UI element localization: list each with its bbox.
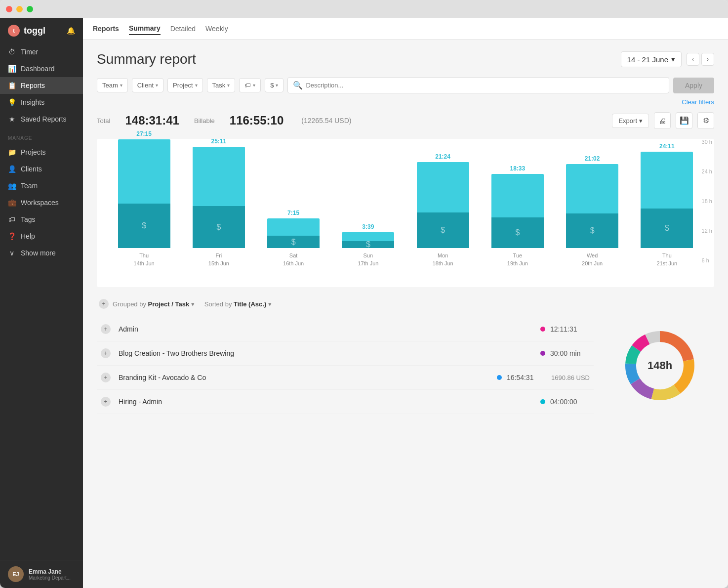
bell-icon[interactable]: 🔔: [67, 27, 75, 35]
bar: $: [417, 162, 469, 248]
sidebar-item-insights[interactable]: 💡 Insights: [0, 94, 83, 111]
nav-arrows: ‹ ›: [687, 53, 714, 66]
row-time: 30:00 min: [550, 349, 590, 357]
table-row: +Blog Creation - Two Brothers Brewing30:…: [97, 341, 594, 366]
donut-chart: 148h: [615, 321, 704, 410]
bar-wrapper[interactable]: $: [193, 147, 245, 248]
row-expand-button[interactable]: +: [101, 348, 111, 358]
apply-button[interactable]: Apply: [673, 78, 714, 93]
bar-top: [491, 174, 544, 217]
project-filter[interactable]: Project ▾: [167, 78, 202, 92]
chevron-down-icon: ▾: [156, 83, 158, 88]
stats-row: Total 148:31:41 Billable 116:55:10 (1226…: [97, 112, 714, 129]
report-title: Summary report: [97, 51, 196, 67]
bar-wrapper[interactable]: $: [566, 164, 618, 248]
print-button[interactable]: 🖨: [654, 112, 671, 129]
grouped-by-dropdown[interactable]: ▾: [191, 300, 195, 308]
bar-wrapper[interactable]: $: [118, 139, 170, 248]
client-filter[interactable]: Client ▾: [132, 78, 163, 92]
bar-time-label: 3:39: [362, 223, 374, 230]
tab-detailed[interactable]: Detailed: [170, 23, 196, 35]
dollar-icon: $: [270, 82, 274, 89]
dollar-filter[interactable]: $ ▾: [265, 78, 283, 92]
bar-wrapper[interactable]: $: [267, 218, 320, 248]
workspaces-icon: 💼: [8, 199, 16, 207]
bar: $: [193, 147, 245, 248]
export-button[interactable]: Export ▾: [612, 114, 649, 128]
sidebar-item-label: Workspaces: [21, 199, 59, 207]
tab-weekly[interactable]: Weekly: [205, 23, 228, 35]
next-arrow[interactable]: ›: [701, 53, 714, 66]
sidebar-item-workspaces[interactable]: 💼 Workspaces: [0, 194, 83, 211]
description-search[interactable]: 🔍: [287, 77, 669, 93]
row-color-dot: [540, 327, 545, 332]
sidebar-item-dashboard[interactable]: 📊 Dashboard: [0, 60, 83, 77]
sidebar-item-team[interactable]: 👥 Team: [0, 177, 83, 194]
task-filter[interactable]: Task ▾: [207, 78, 236, 92]
bar-wrapper[interactable]: $: [342, 232, 394, 248]
clear-filters-link[interactable]: Clear filters: [682, 98, 714, 106]
bar-group: 21:02$Wed20th Jun: [555, 155, 630, 267]
sidebar-item-label: Saved Reports: [21, 115, 67, 123]
save-button[interactable]: 💾: [676, 112, 692, 129]
bar: $: [267, 218, 320, 248]
total-label: Total: [97, 117, 110, 125]
grouped-by-value: Project / Task: [148, 300, 190, 308]
bar-x-label: Thu21st Jun: [657, 252, 678, 267]
search-input[interactable]: [306, 82, 663, 89]
bar: $: [566, 164, 618, 248]
sidebar-item-timer[interactable]: ⏱ Timer: [0, 43, 83, 60]
dashboard-icon: 📊: [8, 65, 16, 73]
row-expand-button[interactable]: +: [101, 324, 111, 334]
donut-segment: [674, 359, 694, 393]
row-name: Branding Kit - Avocado & Co: [119, 374, 497, 381]
total-value: 148:31:41: [125, 114, 179, 127]
sidebar-item-reports[interactable]: 📋 Reports: [0, 77, 83, 94]
close-button[interactable]: [6, 6, 12, 12]
help-icon: ❓: [8, 232, 16, 240]
row-expand-button[interactable]: +: [101, 373, 111, 382]
dollar-icon: $: [366, 240, 370, 249]
sidebar-item-help[interactable]: ❓ Help: [0, 228, 83, 245]
team-filter[interactable]: Team ▾: [97, 78, 128, 92]
prev-arrow[interactable]: ‹: [687, 53, 699, 66]
billable-usd: (12265.54 USD): [301, 117, 351, 125]
tags-filter[interactable]: 🏷 ▾: [239, 78, 261, 92]
date-picker[interactable]: 14 - 21 June ▾: [621, 51, 682, 67]
tab-summary[interactable]: Summary: [129, 22, 161, 35]
data-list: +Admin12:11:31+Blog Creation - Two Broth…: [97, 317, 594, 414]
group-expand-button[interactable]: +: [99, 299, 109, 309]
sidebar-item-tags[interactable]: 🏷 Tags: [0, 211, 83, 228]
maximize-button[interactable]: [27, 6, 33, 12]
row-time: 16:54:31: [507, 374, 546, 381]
chevron-down-icon: ▾: [120, 83, 122, 88]
sidebar-item-label: Team: [21, 182, 38, 190]
titlebar: [0, 0, 728, 18]
user-info: Emma Jane Marketing Depart...: [29, 568, 71, 581]
team-icon: 👥: [8, 182, 16, 190]
table-row: +Branding Kit - Avocado & Co16:54:311690…: [97, 366, 594, 390]
sidebar-item-label: Dashboard: [21, 65, 55, 73]
sidebar-item-saved-reports[interactable]: ★ Saved Reports: [0, 111, 83, 127]
dollar-icon: $: [515, 228, 520, 237]
settings-button[interactable]: ⚙: [697, 112, 714, 129]
sidebar-item-show-more[interactable]: ∨ Show more: [0, 245, 83, 261]
bar-wrapper[interactable]: $: [641, 152, 693, 248]
donut-center-label: 148h: [647, 359, 672, 372]
minimize-button[interactable]: [16, 6, 23, 12]
sidebar-item-clients[interactable]: 👤 Clients: [0, 161, 83, 177]
row-expand-button[interactable]: +: [101, 397, 111, 407]
dollar-icon: $: [441, 226, 445, 235]
user-dept: Marketing Depart...: [29, 575, 71, 581]
billable-label: Billable: [194, 117, 215, 125]
sorted-by-dropdown[interactable]: ▾: [268, 300, 272, 308]
chevron-down-icon: ▾: [227, 83, 230, 88]
sidebar-item-projects[interactable]: 📁 Projects: [0, 144, 83, 161]
row-time: 12:11:31: [550, 325, 590, 333]
project-filter-label: Project: [173, 82, 193, 89]
saved-reports-icon: ★: [8, 115, 16, 123]
bar-wrapper[interactable]: $: [417, 162, 469, 248]
bar-wrapper[interactable]: $: [491, 174, 544, 248]
bar-group: 18:33$Tue19th Jun: [480, 165, 555, 267]
sidebar-item-label: Tags: [21, 215, 36, 223]
